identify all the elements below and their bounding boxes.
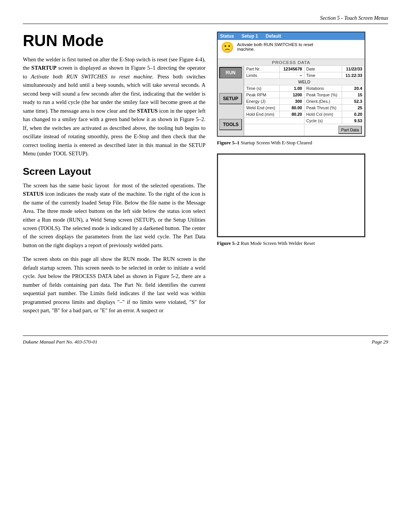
energy-row: Energy (J) 300 Orient.(Des.) 52.3 <box>244 98 365 105</box>
weld-end-label: Weld End (mm) <box>244 105 280 111</box>
right-column: Status Setup 1 Default 🙁 Activate both R… <box>217 32 377 320</box>
time-label: Time <box>304 72 342 79</box>
setup-label: Setup 1 <box>242 34 258 39</box>
energy-label: Energy (J) <box>244 98 280 105</box>
figure2-caption: Figure 5–2 Run Mode Screen With Welder R… <box>217 240 377 246</box>
time-s-row: Time (s) 1.00 Rotations 20.4 <box>244 85 365 92</box>
run-mode-paragraph-1: When the welder is first turned on after… <box>23 55 206 158</box>
cycle-label: Cycle (s) <box>304 118 342 124</box>
screen-layout-paragraph-2: The screen shots on this page all show t… <box>23 255 206 315</box>
hold-end-label: Hold End (mm) <box>244 111 280 118</box>
message-text: Activate both RUN SWITCHES to reset mach… <box>237 42 313 51</box>
message-line2: machine. <box>237 47 313 51</box>
part-nr-row: Part Nr. 12345678 Date 11/22/33 <box>244 66 365 72</box>
rotations-label: Rotations <box>304 85 342 92</box>
date-value: 11/22/33 <box>342 66 365 72</box>
tools-button[interactable]: TOOLS <box>219 119 242 130</box>
part-nr-value: 12345678 <box>280 66 304 72</box>
time-s-label: Time (s) <box>244 85 280 92</box>
figure1-caption-text: Startup Screen With E-Stop Cleared <box>239 140 312 145</box>
page-footer: Dukane Manual Part No. 403-570-01 Page 2… <box>23 335 388 345</box>
weld-section-label: WELD <box>298 80 311 84</box>
page-container: Section 5 - Touch Screen Menus RUN Mode … <box>0 0 411 532</box>
page-header: Section 5 - Touch Screen Menus <box>23 15 388 24</box>
data-table: Part Nr. 12345678 Date 11/22/33 Limits –… <box>244 66 365 136</box>
screen-body: RUN SETUP TOOLS Part Nr. 12345678 <box>218 66 365 136</box>
orient-label: Orient.(Des.) <box>304 98 342 105</box>
run-mode-title: RUN Mode <box>23 32 206 50</box>
default-label: Default <box>266 34 281 39</box>
peak-rpm-row: Peak RPM 1200 Peak Torque (%) 15 <box>244 92 365 98</box>
screen-layout-heading: Screen Layout <box>23 166 206 177</box>
footer-left: Dukane Manual Part No. 403-570-01 <box>23 339 97 345</box>
peak-torque-label: Peak Torque (%) <box>304 92 342 98</box>
limits-value: – <box>280 72 304 79</box>
figure1-caption-bold: Figure 5–1 <box>217 140 239 145</box>
figure2-caption-bold: Figure 5–2 <box>217 240 239 246</box>
setup-button[interactable]: SETUP <box>219 93 242 104</box>
time-s-value: 1.00 <box>280 85 304 92</box>
section-title: Section 5 - Touch Screen Menus <box>320 15 388 21</box>
time-value: 11:22:33 <box>342 72 365 79</box>
main-content: RUN Mode When the welder is first turned… <box>23 32 388 320</box>
peak-rpm-label: Peak RPM <box>244 92 280 98</box>
screen-top-bar: Status Setup 1 Default <box>218 32 365 40</box>
figure1-caption: Figure 5–1 Startup Screen With E-Stop Cl… <box>217 140 377 146</box>
peak-torque-value: 15 <box>342 92 365 98</box>
screen-message-area: 🙁 Activate both RUN SWITCHES to reset ma… <box>218 40 365 59</box>
rotations-value: 20.4 <box>342 85 365 92</box>
part-nr-label: Part Nr. <box>244 66 280 72</box>
cycle-row: Cycle (s) 9.53 <box>244 118 365 124</box>
hold-end-value: 80.20 <box>280 111 304 118</box>
hold-col-label: Hold Col (mm) <box>304 111 342 118</box>
run-button[interactable]: RUN <box>219 67 242 78</box>
weld-end-row: Weld End (mm) 80.00 Peak Thrust (%) 25 <box>244 105 365 111</box>
screen-mockup-figure1: Status Setup 1 Default 🙁 Activate both R… <box>217 32 365 137</box>
hold-col-value: 0.20 <box>342 111 365 118</box>
peak-rpm-value: 1200 <box>280 92 304 98</box>
footer-right: Page 29 <box>372 339 388 345</box>
peak-thrust-label: Peak Thrust (%) <box>304 105 342 111</box>
part-data-button[interactable]: Part Data <box>338 126 362 134</box>
message-line1: Activate both RUN SWITCHES to reset <box>237 42 313 47</box>
process-data-label: PROCESS DATA <box>218 59 365 66</box>
weld-header-row: WELD <box>244 79 365 85</box>
hold-end-row: Hold End (mm) 80.20 Hold Col (mm) 0.20 <box>244 111 365 118</box>
energy-value: 300 <box>280 98 304 105</box>
screen-layout-paragraph-1: The screen has the same basic layout for… <box>23 181 206 250</box>
weld-end-value: 80.00 <box>280 105 304 111</box>
date-label: Date <box>304 66 342 72</box>
limits-row: Limits – Time 11:22:33 <box>244 72 365 79</box>
peak-thrust-value: 25 <box>342 105 365 111</box>
figure2-caption-text: Run Mode Screen With Welder Reset <box>239 240 315 246</box>
orient-value: 52.3 <box>342 98 365 105</box>
data-panel: Part Nr. 12345678 Date 11/22/33 Limits –… <box>244 66 365 136</box>
mode-buttons: RUN SETUP TOOLS <box>218 66 244 136</box>
status-label: Status <box>220 34 234 39</box>
part-data-row: Part Data <box>244 124 365 136</box>
cycle-value: 9.53 <box>342 118 365 124</box>
limits-label: Limits <box>244 72 280 79</box>
left-column: RUN Mode When the welder is first turned… <box>23 32 206 320</box>
screen-mockup-figure2 <box>217 153 365 237</box>
